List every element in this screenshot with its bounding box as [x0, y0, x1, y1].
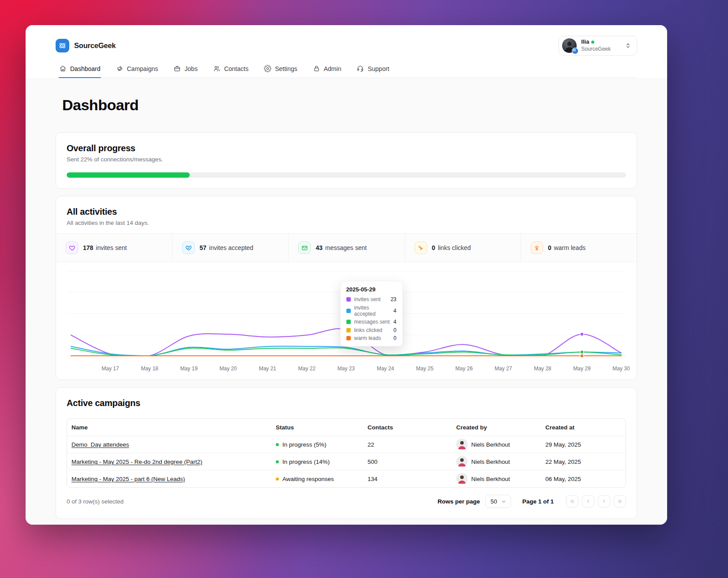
megaphone-icon — [116, 65, 124, 72]
stat-links-clicked: 0links clicked — [405, 234, 521, 262]
account-org-badge-icon — [572, 48, 578, 54]
active-campaigns-card: Active campaigns Name Status Contacts Cr… — [56, 387, 637, 519]
x-axis-tick: May 26 — [455, 365, 473, 372]
envelope-check-icon — [298, 242, 311, 254]
cursor-click-icon — [415, 242, 427, 254]
overall-progress-title: Overall progress — [67, 143, 626, 153]
user-avatar — [456, 456, 468, 467]
chevron-right-icon — [601, 498, 607, 504]
x-axis-tick: May 20 — [220, 365, 237, 372]
x-axis-tick: May 22 — [298, 365, 315, 372]
hover-marker-warm-leads — [580, 354, 584, 358]
progress-bar-fill — [67, 172, 190, 178]
invite-accepted-heart-icon — [182, 242, 195, 254]
hover-marker-invites-sent — [580, 332, 584, 336]
x-axis-tick: May 27 — [495, 365, 512, 372]
headset-icon — [356, 65, 364, 72]
app-window: SourceGeek Ilia SourceGeek — [26, 25, 667, 525]
account-name: Ilia — [581, 38, 589, 45]
status-cell: Awaiting responses — [271, 476, 363, 482]
briefcase-icon — [173, 65, 181, 72]
user-avatar — [456, 473, 468, 485]
users-icon — [213, 65, 221, 72]
chevrons-right-icon — [617, 498, 623, 504]
pagination — [566, 495, 626, 507]
column-header-status: Status — [271, 424, 363, 431]
last-page-button[interactable] — [614, 495, 626, 507]
x-axis-tick: May 28 — [534, 365, 551, 372]
x-axis-tick: May 25 — [416, 365, 433, 372]
status-dot — [276, 460, 279, 463]
table-header-row: Name Status Contacts Created by Created … — [67, 419, 626, 436]
all-activities-title: All activities — [67, 207, 626, 217]
campaign-link[interactable]: Marketing - May 2025 - part 6 (New Leads… — [71, 476, 185, 482]
x-axis-tick: May 24 — [377, 365, 394, 372]
x-axis-tick: May 23 — [338, 365, 355, 372]
account-avatar — [562, 38, 577, 53]
home-icon — [59, 65, 67, 72]
nav-item-jobs[interactable]: Jobs — [173, 61, 198, 78]
user-avatar — [456, 439, 468, 450]
table-row[interactable]: Marketing - May 2025 - part 6 (New Leads… — [67, 470, 626, 487]
status-cell: In progress (14%) — [271, 459, 363, 465]
next-page-button[interactable] — [598, 495, 610, 507]
prev-page-button[interactable] — [582, 495, 594, 507]
nav-item-contacts[interactable]: Contacts — [213, 61, 249, 78]
online-status-dot — [591, 41, 594, 44]
gear-icon — [264, 65, 271, 72]
contacts-cell: 22 — [363, 441, 452, 448]
account-switcher[interactable]: Ilia SourceGeek — [559, 36, 637, 56]
nav-item-campaigns[interactable]: Campaigns — [116, 61, 159, 78]
activity-stats-row: 178invites sent 57invites accepted 43mes… — [56, 233, 637, 262]
active-campaigns-title: Active campaigns — [67, 398, 626, 408]
invite-heart-icon — [66, 242, 78, 254]
tooltip-row: messages sent4 — [346, 319, 397, 325]
x-axis-tick: May 19 — [180, 365, 198, 372]
nav-item-support[interactable]: Support — [356, 61, 390, 78]
contacts-cell: 134 — [363, 476, 452, 482]
page-info: Page 1 of 1 — [522, 498, 554, 505]
chevron-left-icon — [585, 498, 591, 504]
page-title: Dashboard — [62, 97, 637, 114]
table-row[interactable]: Demo_Day attendees In progress (5%) 22 N… — [67, 436, 626, 453]
created-at-cell: 22 May, 2025 — [541, 459, 626, 465]
chevrons-left-icon — [569, 498, 575, 504]
x-axis-tick: May 30 — [612, 365, 630, 372]
stat-warm-leads: 0warm leads — [521, 234, 637, 262]
chart-tooltip: 2025-05-29 invites sent23 invites accept… — [340, 281, 403, 347]
table-row[interactable]: Marketing - May 2025 - Re-do 2nd degree … — [67, 453, 626, 470]
created-by-cell: Niels Berkhout — [452, 439, 541, 450]
hover-marker-messages-sent — [580, 350, 584, 354]
temperature-icon — [531, 242, 543, 254]
column-header-created-by: Created by — [452, 424, 541, 431]
tooltip-row: invites sent23 — [346, 296, 397, 302]
all-activities-card: All activities All activities in the las… — [56, 196, 637, 380]
status-cell: In progress (5%) — [271, 441, 363, 448]
campaign-link[interactable]: Marketing - May 2025 - Re-do 2nd degree … — [71, 459, 202, 465]
chevron-up-down-icon — [625, 42, 631, 49]
main-nav: Dashboard Campaigns Jobs Contacts Settin… — [56, 61, 637, 78]
rows-per-page-select[interactable]: 50 — [485, 495, 511, 508]
x-axis-tick: May 18 — [141, 365, 158, 372]
lock-icon — [313, 65, 320, 72]
tooltip-row: links clicked0 — [346, 327, 397, 333]
created-by-cell: Niels Berkhout — [452, 473, 541, 485]
created-at-cell: 06 May, 2025 — [541, 476, 626, 482]
nav-item-admin[interactable]: Admin — [312, 61, 342, 78]
brand-name: SourceGeek — [74, 41, 116, 50]
nav-item-settings[interactable]: Settings — [263, 61, 298, 78]
campaign-link[interactable]: Demo_Day attendees — [71, 441, 129, 448]
progress-bar-track — [67, 172, 626, 178]
stat-messages-sent: 43messages sent — [288, 234, 404, 262]
brand: SourceGeek — [56, 39, 116, 52]
overall-progress-card: Overall progress Sent 22% of connections… — [56, 132, 637, 189]
first-page-button[interactable] — [566, 495, 578, 507]
stat-invites-sent: 178invites sent — [56, 234, 172, 262]
x-axis-tick: May 21 — [259, 365, 276, 372]
chevron-down-icon — [501, 499, 507, 504]
column-header-name: Name — [67, 424, 271, 431]
rows-per-page-label: Rows per page — [438, 498, 480, 505]
selection-summary: 0 of 3 row(s) selected — [67, 498, 124, 505]
status-dot — [276, 477, 279, 481]
nav-item-dashboard[interactable]: Dashboard — [59, 61, 101, 78]
